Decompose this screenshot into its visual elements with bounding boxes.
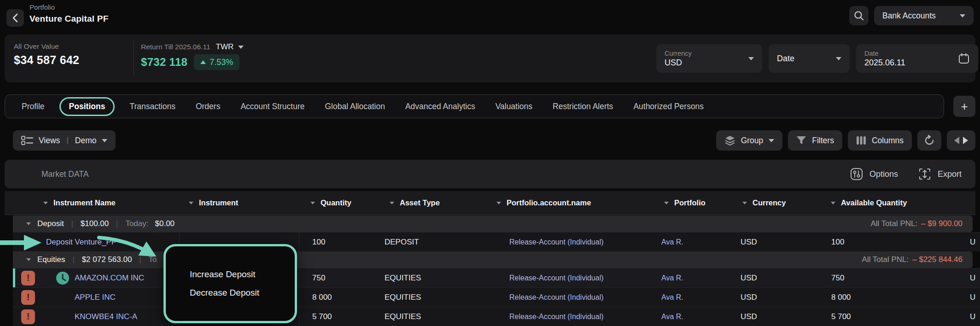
group-name: Equities bbox=[37, 255, 65, 264]
currency-dropdown[interactable]: Currency USD bbox=[656, 44, 762, 73]
portfolio-owner-link[interactable]: Ava R. bbox=[661, 238, 683, 246]
column-header-available-quantity[interactable]: Available Quantity bbox=[820, 191, 962, 215]
group-layers-icon bbox=[724, 135, 735, 146]
sort-caret-icon bbox=[742, 202, 747, 204]
column-header-currency[interactable]: Currency bbox=[737, 191, 820, 215]
return-value: $732 118 bbox=[141, 56, 187, 69]
return-value-row: $732 118 7.53% bbox=[141, 54, 239, 70]
pnl-label: All Total PNL: bbox=[862, 255, 909, 264]
portfolio-owner-link[interactable]: Ava R. bbox=[661, 293, 683, 302]
available-quantity-cell: 8 000 bbox=[820, 288, 962, 307]
table-row-amazon[interactable]: ! AMAZON.COM INC 750 EQUITIES Release-Ac… bbox=[13, 268, 980, 287]
tab-transactions[interactable]: Transactions bbox=[119, 102, 186, 111]
export-icon bbox=[918, 168, 931, 180]
tab-restriction-alerts[interactable]: Restriction Alerts bbox=[542, 102, 623, 111]
context-menu: Increase Deposit Decrease Deposit bbox=[163, 244, 297, 323]
table-toolbar: Group Filters Columns bbox=[716, 130, 975, 151]
divider: | bbox=[138, 256, 142, 264]
menu-item-increase-deposit[interactable]: Increase Deposit bbox=[190, 269, 295, 279]
refresh-button[interactable] bbox=[917, 130, 941, 151]
column-header-quantity[interactable]: Quantity bbox=[299, 191, 368, 215]
currency-cell: USD bbox=[737, 268, 820, 287]
group-row-equities[interactable]: Equities | $2 072 563.00 | To All Total … bbox=[13, 251, 973, 268]
chevron-down-icon bbox=[238, 46, 244, 49]
column-label: Quantity bbox=[321, 198, 351, 207]
asset-type-cell: EQUITIES bbox=[368, 307, 488, 326]
column-label: Instrument Name bbox=[53, 198, 116, 207]
table-row-knowbe4[interactable]: ! KNOWBE4 INC-A 5 700 EQUITIES Release-A… bbox=[13, 307, 980, 326]
options-button[interactable]: Options bbox=[850, 168, 898, 180]
column-header-asset-type[interactable]: Asset Type bbox=[368, 191, 488, 215]
pnl-value: – $225 844.46 bbox=[912, 255, 962, 264]
tab-orders[interactable]: Orders bbox=[186, 102, 230, 111]
account-link[interactable]: Release-Account (Individual) bbox=[509, 238, 604, 246]
tab-positions[interactable]: Positions bbox=[59, 97, 115, 116]
bank-accounts-select[interactable]: Bank Accounts bbox=[874, 6, 974, 25]
quantity-cell: 5 700 bbox=[299, 307, 368, 326]
instrument-name-link[interactable]: KNOWBE4 INC-A bbox=[75, 312, 137, 321]
group-button[interactable]: Group bbox=[716, 130, 783, 151]
portfolio-owner-link[interactable]: Ava R. bbox=[661, 274, 683, 282]
tab-profile[interactable]: Profile bbox=[12, 102, 55, 111]
instrument-name-link[interactable]: AMAZON.COM INC bbox=[75, 274, 144, 283]
menu-item-decrease-deposit[interactable]: Decrease Deposit bbox=[190, 288, 295, 298]
tab-authorized-persons[interactable]: Authorized Persons bbox=[623, 102, 714, 111]
tab-advanced-analytics[interactable]: Advanced Analytics bbox=[395, 102, 485, 111]
portfolio-owner-link[interactable]: Ava R. bbox=[661, 313, 683, 321]
instrument-name-link[interactable]: Deposit Venture_PF bbox=[46, 238, 116, 247]
table-row-apple[interactable]: ! APPLE INC 8 000 EQUITIES Release-Accou… bbox=[13, 287, 980, 307]
views-value: Demo bbox=[75, 136, 97, 146]
page-left-icon bbox=[954, 136, 960, 145]
row-indicator-cell: ! bbox=[13, 268, 42, 287]
account-link[interactable]: Release-Account (Individual) bbox=[509, 313, 604, 321]
tab-account-structure[interactable]: Account Structure bbox=[230, 102, 315, 111]
search-button[interactable] bbox=[849, 6, 869, 25]
column-header-instrument[interactable]: Instrument bbox=[180, 191, 299, 215]
alert-icon: ! bbox=[21, 271, 35, 285]
divider bbox=[134, 41, 134, 76]
header-overflow bbox=[962, 191, 980, 215]
column-header-instrument-name[interactable]: Instrument Name bbox=[42, 191, 180, 215]
instrument-name-link[interactable]: APPLE INC bbox=[75, 293, 116, 302]
account-link[interactable]: Release-Account (Individual) bbox=[509, 293, 604, 302]
column-header-portfolio-account-name[interactable]: Portfolio.account.name bbox=[488, 191, 659, 215]
group-label: Group bbox=[741, 136, 764, 146]
filters-button[interactable]: Filters bbox=[788, 130, 842, 151]
return-mode-dropdown[interactable]: TWR bbox=[216, 42, 244, 52]
columns-button[interactable]: Columns bbox=[848, 130, 912, 151]
tab-valuations[interactable]: Valuations bbox=[485, 102, 542, 111]
export-button[interactable]: Export bbox=[918, 168, 962, 180]
overflow-cell: U bbox=[962, 307, 980, 326]
account-link[interactable]: Release-Account (Individual) bbox=[509, 274, 604, 282]
date-picker[interactable]: Date 2025.06.11 bbox=[856, 44, 978, 73]
currency-cell: USD bbox=[737, 307, 820, 326]
group-row-deposit[interactable]: Deposit | $100.00 | Today: $0.00 All Tot… bbox=[13, 215, 973, 232]
column-header-portfolio[interactable]: Portfolio bbox=[659, 191, 737, 215]
tabs-bar: Profile Positions Transactions Orders Ac… bbox=[5, 94, 944, 118]
add-tab-button[interactable]: + bbox=[953, 96, 975, 117]
table-row-deposit-venture-pf[interactable]: Deposit Venture_PF 100 DEPOSIT Release-A… bbox=[13, 232, 980, 251]
account-cell: Release-Account (Individual) bbox=[488, 307, 659, 326]
return-header: Return Till 2025.06.11 TWR bbox=[141, 42, 244, 52]
date-mode-dropdown[interactable]: Date bbox=[769, 44, 850, 73]
sort-caret-icon bbox=[43, 202, 48, 204]
sort-caret-icon bbox=[664, 202, 669, 204]
columns-label: Columns bbox=[872, 136, 904, 146]
breadcrumb: Portfolio bbox=[29, 3, 55, 11]
return-mode-value: TWR bbox=[216, 42, 234, 52]
tab-global-allocation[interactable]: Global Allocation bbox=[315, 102, 395, 111]
row-indicator-cell: ! bbox=[13, 307, 42, 326]
quantity-cell: 100 bbox=[299, 233, 368, 251]
market-data-panel: Market DATA Options Export bbox=[5, 160, 975, 188]
views-button[interactable]: Views | Demo bbox=[13, 130, 116, 151]
row-indicator-cell bbox=[13, 233, 42, 251]
filters-label: Filters bbox=[812, 136, 834, 146]
pager-buttons[interactable] bbox=[947, 130, 975, 151]
return-percent: 7.53% bbox=[210, 58, 233, 67]
sort-caret-icon bbox=[189, 202, 193, 204]
overflow-cell: U bbox=[962, 268, 980, 287]
overflow-cell: U bbox=[962, 288, 980, 307]
clock-icon bbox=[55, 271, 70, 285]
page-right-icon bbox=[962, 136, 968, 145]
back-button[interactable] bbox=[6, 9, 24, 27]
